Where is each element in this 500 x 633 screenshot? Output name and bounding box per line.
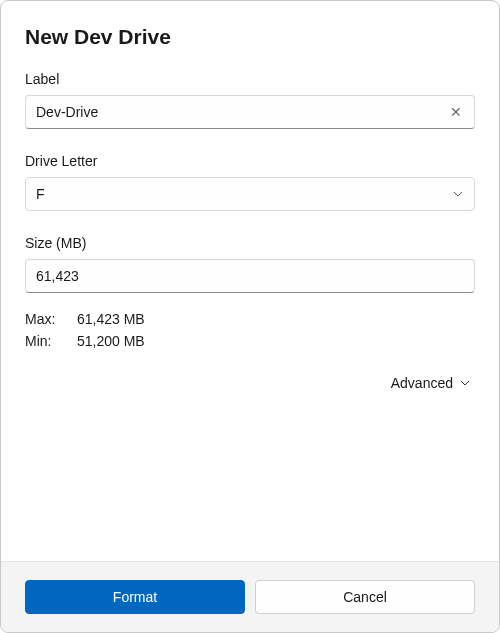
drive-letter-value: F	[36, 186, 452, 202]
dialog-window: New Dev Drive Label ✕ Drive Letter F Siz…	[0, 0, 500, 633]
label-input[interactable]	[36, 104, 448, 120]
label-input-wrap[interactable]: ✕	[25, 95, 475, 129]
size-label: Size (MB)	[25, 235, 475, 251]
drive-letter-label: Drive Letter	[25, 153, 475, 169]
max-value: 61,423 MB	[77, 311, 145, 327]
cancel-button[interactable]: Cancel	[255, 580, 475, 614]
advanced-toggle[interactable]: Advanced	[25, 375, 475, 391]
size-limits: Max: 61,423 MB Min: 51,200 MB	[25, 311, 475, 349]
format-button[interactable]: Format	[25, 580, 245, 614]
drive-letter-select[interactable]: F	[25, 177, 475, 211]
chevron-down-icon	[452, 188, 464, 200]
min-label: Min:	[25, 333, 77, 349]
label-field-label: Label	[25, 71, 475, 87]
drive-letter-group: Drive Letter F	[25, 153, 475, 211]
dialog-title: New Dev Drive	[25, 25, 475, 49]
min-value: 51,200 MB	[77, 333, 145, 349]
size-group: Size (MB)	[25, 235, 475, 293]
advanced-label: Advanced	[391, 375, 453, 391]
max-label: Max:	[25, 311, 77, 327]
chevron-down-icon	[459, 377, 471, 389]
max-row: Max: 61,423 MB	[25, 311, 475, 327]
size-input-wrap[interactable]	[25, 259, 475, 293]
min-row: Min: 51,200 MB	[25, 333, 475, 349]
dialog-content: New Dev Drive Label ✕ Drive Letter F Siz…	[1, 1, 499, 561]
dialog-footer: Format Cancel	[1, 561, 499, 632]
clear-icon[interactable]: ✕	[448, 105, 464, 119]
size-input[interactable]	[36, 268, 464, 284]
label-group: Label ✕	[25, 71, 475, 129]
